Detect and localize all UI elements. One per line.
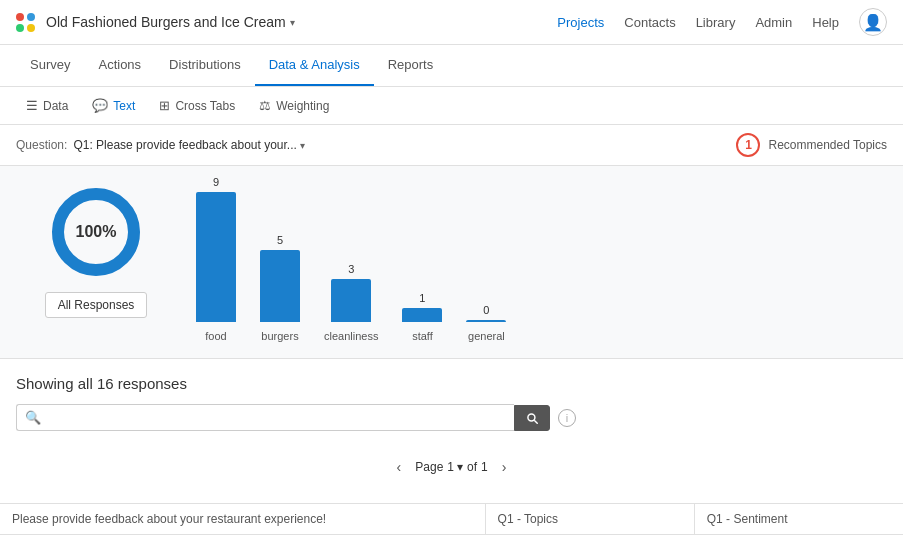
weighting-icon: ⚖ — [259, 98, 271, 113]
chart-area: 100% All Responses 9 food 5 burgers 3 cl… — [0, 166, 903, 359]
bar-cleanliness[interactable] — [331, 279, 371, 322]
bar-group-burgers: 5 burgers — [260, 172, 300, 342]
page-label: Page — [415, 460, 443, 474]
top-navigation: Old Fashioned Burgers and Ice Cream ▾ Pr… — [0, 0, 903, 45]
question-text: Q1: Please provide feedback about your..… — [73, 138, 296, 152]
nav-survey[interactable]: Survey — [16, 45, 84, 86]
bar-value-general: 0 — [483, 304, 489, 316]
top-nav-links: Projects Contacts Library Admin Help 👤 — [557, 8, 887, 36]
bar-food[interactable] — [196, 192, 236, 322]
donut-section: 100% All Responses — [16, 182, 176, 342]
question-bar: Question: Q1: Please provide feedback ab… — [0, 125, 903, 166]
recommended-topics-label: Recommended Topics — [768, 138, 887, 152]
question-select[interactable]: Q1: Please provide feedback about your..… — [73, 138, 304, 152]
table-header: Please provide feedback about your resta… — [0, 503, 903, 535]
donut-chart: 100% — [46, 182, 146, 282]
search-input-wrap: 🔍 — [16, 404, 514, 431]
search-bar: 🔍 i — [16, 404, 576, 431]
table-col-topics: Q1 - Topics — [486, 504, 695, 534]
logo — [16, 13, 36, 32]
bar-label-general: general — [468, 330, 505, 342]
nav-library[interactable]: Library — [696, 15, 736, 30]
nav-contacts[interactable]: Contacts — [624, 15, 675, 30]
donut-percentage: 100% — [76, 223, 117, 241]
bar-group-general: 0 general — [466, 172, 506, 342]
recommended-topics-button[interactable]: 1 Recommended Topics — [736, 133, 887, 157]
bar-staff[interactable] — [402, 308, 442, 322]
nav-distributions[interactable]: Distributions — [155, 45, 255, 86]
pagination: ‹ Page 1 ▾ of 1 › — [16, 447, 887, 487]
page-dropdown[interactable]: 1 ▾ — [447, 460, 463, 474]
question-label: Question: — [16, 138, 67, 152]
next-page-button[interactable]: › — [498, 457, 511, 477]
bar-group-staff: 1 staff — [402, 172, 442, 342]
nav-actions[interactable]: Actions — [84, 45, 155, 86]
subnav-text-label: Text — [113, 99, 135, 113]
responses-section: Showing all 16 responses 🔍 i ‹ Page 1 ▾ … — [0, 359, 903, 503]
subnav-text[interactable]: 💬 Text — [82, 93, 145, 118]
user-avatar[interactable]: 👤 — [859, 8, 887, 36]
nav-data-analysis[interactable]: Data & Analysis — [255, 45, 374, 86]
logo-dot-red — [16, 13, 24, 21]
subnav-weighting-label: Weighting — [276, 99, 329, 113]
crosstabs-icon: ⊞ — [159, 98, 170, 113]
bar-label-burgers: burgers — [261, 330, 298, 342]
current-page: 1 — [447, 460, 454, 474]
search-submit-button[interactable] — [514, 405, 550, 431]
bar-chart: 9 food 5 burgers 3 cleanliness 1 staff 0… — [196, 182, 887, 342]
page-info: Page 1 ▾ of 1 — [415, 460, 487, 474]
data-icon: ☰ — [26, 98, 38, 113]
bar-group-cleanliness: 3 cleanliness — [324, 172, 378, 342]
total-pages: 1 — [481, 460, 488, 474]
app-name-chevron[interactable]: ▾ — [290, 17, 295, 28]
subnav-data[interactable]: ☰ Data — [16, 93, 78, 118]
subnav-data-label: Data — [43, 99, 68, 113]
question-chevron: ▾ — [300, 140, 305, 151]
all-responses-button[interactable]: All Responses — [45, 292, 148, 318]
logo-dot-green — [16, 24, 24, 32]
logo-dot-blue — [27, 13, 35, 21]
bar-label-staff: staff — [412, 330, 433, 342]
subnav-crosstabs-label: Cross Tabs — [175, 99, 235, 113]
bar-value-staff: 1 — [419, 292, 425, 304]
responses-title: Showing all 16 responses — [16, 375, 887, 392]
bar-burgers[interactable] — [260, 250, 300, 322]
prev-page-button[interactable]: ‹ — [393, 457, 406, 477]
bar-label-cleanliness: cleanliness — [324, 330, 378, 342]
secondary-navigation: Survey Actions Distributions Data & Anal… — [0, 45, 903, 87]
bar-general[interactable] — [466, 320, 506, 322]
logo-dot-yellow — [27, 24, 35, 32]
bar-value-cleanliness: 3 — [348, 263, 354, 275]
page-dropdown-chevron: ▾ — [457, 460, 463, 474]
bar-label-food: food — [205, 330, 226, 342]
subnav-crosstabs[interactable]: ⊞ Cross Tabs — [149, 93, 245, 118]
nav-help[interactable]: Help — [812, 15, 839, 30]
nav-reports[interactable]: Reports — [374, 45, 448, 86]
text-icon: 💬 — [92, 98, 108, 113]
subnav-weighting[interactable]: ⚖ Weighting — [249, 93, 339, 118]
app-name-text: Old Fashioned Burgers and Ice Cream — [46, 14, 286, 30]
search-submit-icon — [525, 411, 539, 425]
sub-navigation: ☰ Data 💬 Text ⊞ Cross Tabs ⚖ Weighting — [0, 87, 903, 125]
bar-group-food: 9 food — [196, 172, 236, 342]
search-info-icon[interactable]: i — [558, 409, 576, 427]
table-col-sentiment: Q1 - Sentiment — [695, 504, 903, 534]
app-name: Old Fashioned Burgers and Ice Cream ▾ — [46, 14, 557, 30]
bar-value-burgers: 5 — [277, 234, 283, 246]
bar-chart-section: 9 food 5 burgers 3 cleanliness 1 staff 0… — [176, 182, 887, 342]
search-input[interactable] — [45, 411, 506, 425]
nav-admin[interactable]: Admin — [755, 15, 792, 30]
recommended-badge: 1 — [736, 133, 760, 157]
of-label: of — [467, 460, 477, 474]
bar-value-food: 9 — [213, 176, 219, 188]
nav-projects[interactable]: Projects — [557, 15, 604, 30]
table-col-feedback: Please provide feedback about your resta… — [0, 504, 486, 534]
search-icon: 🔍 — [25, 410, 41, 425]
